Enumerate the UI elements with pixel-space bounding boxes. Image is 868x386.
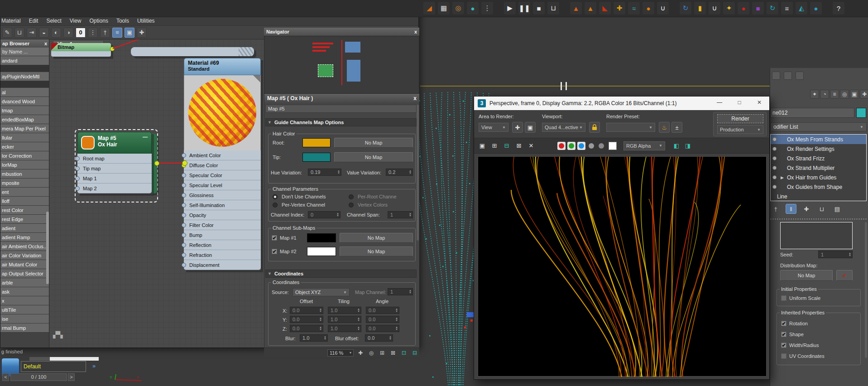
torus-icon[interactable]: ◎ xyxy=(452,2,464,14)
input-socket[interactable] xyxy=(75,156,80,161)
frame-next-button[interactable]: > xyxy=(68,373,75,381)
map-browser-item[interactable]: lor Correction xyxy=(0,151,49,160)
snap-toggle-icon[interactable]: ◢ xyxy=(423,2,435,14)
input-socket[interactable] xyxy=(182,173,186,178)
color-correction-icon[interactable]: ◧ xyxy=(672,141,681,150)
hand-icon[interactable]: ✦ xyxy=(723,2,735,14)
chevrons-icon[interactable]: » xyxy=(92,362,96,369)
input-socket[interactable] xyxy=(182,263,186,267)
map-browser-item[interactable]: arble xyxy=(0,278,49,287)
map-browser-item[interactable]: mbustion xyxy=(0,169,49,179)
map-browser-item[interactable]: ent xyxy=(0,188,49,197)
pan-view-icon[interactable]: ▞▚ xyxy=(53,331,63,338)
scroll-icon[interactable]: ≡ xyxy=(781,2,793,14)
offset-spinner[interactable]: 0.0▲▼ xyxy=(290,325,323,332)
dont-use-channels-radio[interactable] xyxy=(273,194,278,199)
material-slot[interactable]: Displacement xyxy=(184,260,261,270)
map-browser-item[interactable]: adient Ramp xyxy=(0,233,49,242)
map-browser-item[interactable]: al xyxy=(0,88,49,97)
material-slot[interactable]: Opacity xyxy=(184,210,261,220)
map-browser-item[interactable]: rest Edge xyxy=(0,215,49,224)
tab-utilities[interactable]: ✚ xyxy=(860,90,868,99)
visibility-bulb-icon[interactable] xyxy=(772,175,777,179)
material-node[interactable]: Material #69 Standard Ambient ColorDiffu… xyxy=(184,58,261,270)
channel-index-spinner[interactable]: 0▲▼ xyxy=(308,211,340,218)
menu-select[interactable]: Select xyxy=(46,18,61,24)
zero-badge-icon[interactable]: 0 xyxy=(76,28,86,38)
sphere-icon[interactable]: ● xyxy=(738,2,749,14)
pin-stack-icon[interactable]: † xyxy=(770,204,781,214)
map-browser-scrollbar[interactable] xyxy=(46,212,49,284)
menu-material[interactable]: Material xyxy=(1,18,21,24)
map-browser-item[interactable]: adient xyxy=(0,224,49,233)
input-socket[interactable] xyxy=(182,223,186,227)
zoom-region-icon[interactable]: ⊠ xyxy=(389,349,397,357)
pause-button[interactable]: ❚❚ xyxy=(518,2,530,14)
input-socket[interactable] xyxy=(75,186,80,191)
angle-spinner[interactable]: 0.0▲▼ xyxy=(366,325,399,332)
map-name-field[interactable]: Map #5 xyxy=(265,105,417,113)
list-group-header[interactable] xyxy=(0,65,49,72)
navigator-minimap[interactable] xyxy=(264,36,419,94)
map5-output-socket[interactable] xyxy=(154,161,159,166)
zoom-selected-icon[interactable]: ⊡ xyxy=(400,349,408,357)
map-browser-item[interactable]: lorMap xyxy=(0,160,49,169)
copy-image-icon[interactable]: ⊞ xyxy=(490,141,499,150)
material-slot[interactable]: Bump xyxy=(184,230,261,240)
map-browser-item[interactable]: llular xyxy=(0,133,49,142)
area-to-render-dropdown[interactable]: View▼ xyxy=(479,123,508,132)
map1-button[interactable]: No Map xyxy=(340,233,413,243)
input-socket[interactable] xyxy=(182,153,186,158)
cup-icon[interactable]: ∪ xyxy=(709,2,720,14)
show-end-result-icon[interactable]: ‖ xyxy=(786,204,796,214)
map-browser-item[interactable]: air Ambient Occlus... xyxy=(0,242,49,251)
object-color-swatch[interactable] xyxy=(856,108,866,118)
refresh-icon[interactable]: ↻ xyxy=(767,2,778,14)
save-image-icon[interactable]: ▣ xyxy=(478,141,487,150)
monochrome-toggle[interactable] xyxy=(587,142,595,150)
material-slot[interactable]: Reflection xyxy=(184,240,261,250)
menu-utilities[interactable]: Utilities xyxy=(137,18,155,24)
help-button[interactable]: ? xyxy=(833,2,844,14)
print-image-icon[interactable]: ⊠ xyxy=(514,141,523,150)
viewport-dropdown[interactable]: Quad 4...ective▼ xyxy=(542,123,585,132)
shape-checkbox[interactable]: ✔ xyxy=(781,332,786,337)
list-group-header[interactable] xyxy=(0,81,49,88)
uv-coordinates-checkbox[interactable] xyxy=(781,353,786,359)
configure-modifier-sets-icon[interactable]: ▤ xyxy=(832,204,843,214)
input-socket[interactable] xyxy=(182,233,186,237)
modifier-stack-row[interactable]: Line xyxy=(771,192,866,201)
map5-slot[interactable]: Tip map xyxy=(77,164,152,174)
scrollbar-thumb[interactable] xyxy=(50,357,99,361)
object-name-field[interactable]: ne012 xyxy=(770,108,854,118)
wrench-icon[interactable]: ✚ xyxy=(614,2,625,14)
search-by-name-field[interactable]: by Name ... xyxy=(0,48,49,56)
grid-array-icon[interactable]: ▦ xyxy=(438,2,450,14)
root-color-swatch[interactable] xyxy=(302,138,331,147)
render-button[interactable]: Render xyxy=(717,114,763,123)
pan-to-selected-icon[interactable]: ⊟ xyxy=(411,349,419,357)
input-socket[interactable] xyxy=(182,213,186,217)
material-slot[interactable]: Specular Level xyxy=(184,180,261,190)
beer-icon[interactable]: ▮ xyxy=(694,2,706,14)
map-browser-item[interactable]: ask xyxy=(0,287,49,296)
trash-button[interactable]: ⊔ xyxy=(547,2,559,14)
panel-splitter[interactable] xyxy=(770,217,867,220)
green-channel-toggle[interactable] xyxy=(567,142,575,150)
input-socket[interactable] xyxy=(182,193,186,198)
offset-spinner[interactable]: 0.0▲▼ xyxy=(290,316,323,323)
blur-offset-spinner[interactable]: 0.0▲▼ xyxy=(365,334,393,342)
modifier-stack-row[interactable]: Ox Guides from Shape xyxy=(771,182,866,192)
vertical-layout-icon[interactable]: ⋮ xyxy=(88,28,98,38)
input-socket[interactable] xyxy=(75,176,80,181)
per-vertex-channel-radio[interactable] xyxy=(273,203,278,207)
clone-window-icon[interactable]: ⊟ xyxy=(502,141,511,150)
remove-modifier-icon[interactable]: ⊔ xyxy=(816,204,827,214)
modifier-list-dropdown[interactable]: odifier List▼ xyxy=(770,122,867,131)
swimmer-icon[interactable]: ● xyxy=(810,2,822,14)
render-mode-dropdown[interactable]: Production▼ xyxy=(717,125,763,134)
map-channel-spinner[interactable]: 1▲▼ xyxy=(388,288,413,295)
input-socket[interactable] xyxy=(182,183,186,188)
map-browser-item[interactable]: mposite xyxy=(0,179,49,188)
channel-span-spinner[interactable]: 1▲▼ xyxy=(388,211,413,218)
